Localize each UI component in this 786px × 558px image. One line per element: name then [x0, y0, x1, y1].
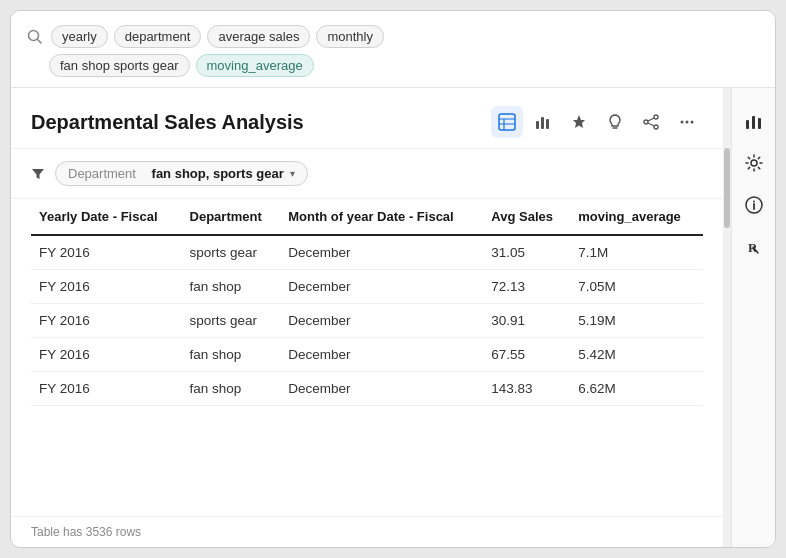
cell-month_of_year: December: [280, 235, 483, 270]
svg-point-10: [654, 115, 658, 119]
cell-yearly_date: FY 2016: [31, 337, 182, 371]
table-row: FY 2016sports gearDecember31.057.1M: [31, 235, 703, 270]
tag-average-sales[interactable]: average sales: [207, 25, 310, 48]
cell-department: fan shop: [182, 371, 281, 405]
table-footer: Table has 3536 rows: [11, 516, 723, 547]
sidebar-settings-button[interactable]: [737, 146, 771, 180]
tag-fan-shop-sports-gear[interactable]: fan shop sports gear: [49, 54, 190, 77]
cell-department: fan shop: [182, 337, 281, 371]
cell-moving_average: 6.62M: [570, 371, 703, 405]
sidebar-r-button[interactable]: R: [737, 230, 771, 264]
table-row: FY 2016sports gearDecember30.915.19M: [31, 303, 703, 337]
table-row: FY 2016fan shopDecember143.836.62M: [31, 371, 703, 405]
sidebar-info-button[interactable]: [737, 188, 771, 222]
content-panel: Departmental Sales Analysis: [11, 88, 723, 547]
cell-moving_average: 5.42M: [570, 337, 703, 371]
svg-rect-8: [546, 119, 549, 129]
table-view-button[interactable]: [491, 106, 523, 138]
toolbar-icons: [491, 106, 703, 138]
svg-line-14: [648, 123, 654, 126]
table-row: FY 2016fan shopDecember72.137.05M: [31, 269, 703, 303]
bar-chart-button[interactable]: [527, 106, 559, 138]
cell-yearly_date: FY 2016: [31, 235, 182, 270]
page-title: Departmental Sales Analysis: [31, 111, 304, 134]
svg-point-21: [751, 160, 757, 166]
cell-yearly_date: FY 2016: [31, 303, 182, 337]
sidebar-bar-chart-button[interactable]: [737, 104, 771, 138]
more-button[interactable]: [671, 106, 703, 138]
col-month-of-year: Month of year Date - Fiscal: [280, 199, 483, 235]
cell-avg_sales: 30.91: [483, 303, 570, 337]
svg-point-12: [654, 125, 658, 129]
tag-yearly[interactable]: yearly: [51, 25, 108, 48]
svg-point-17: [691, 121, 694, 124]
svg-point-11: [644, 120, 648, 124]
svg-point-16: [686, 121, 689, 124]
data-table-container[interactable]: Yearly Date - Fiscal Department Month of…: [11, 199, 723, 516]
cell-moving_average: 5.19M: [570, 303, 703, 337]
svg-rect-6: [536, 121, 539, 129]
svg-rect-20: [758, 118, 761, 129]
scrollbar-track[interactable]: [723, 88, 731, 547]
chevron-down-icon: ▾: [290, 168, 295, 179]
svg-rect-19: [752, 116, 755, 129]
cell-moving_average: 7.05M: [570, 269, 703, 303]
cell-department: fan shop: [182, 269, 281, 303]
filter-icon: [31, 167, 45, 181]
cell-department: sports gear: [182, 303, 281, 337]
filter-value: fan shop, sports gear: [152, 166, 284, 181]
table-row: FY 2016fan shopDecember67.555.42M: [31, 337, 703, 371]
svg-line-13: [648, 118, 654, 121]
cell-yearly_date: FY 2016: [31, 269, 182, 303]
svg-rect-18: [746, 120, 749, 129]
table-header-row: Yearly Date - Fiscal Department Month of…: [31, 199, 703, 235]
cell-avg_sales: 31.05: [483, 235, 570, 270]
pin-button[interactable]: [563, 106, 595, 138]
filter-label: Department: [68, 166, 136, 181]
cell-avg_sales: 72.13: [483, 269, 570, 303]
tag-monthly[interactable]: monthly: [316, 25, 384, 48]
cell-month_of_year: December: [280, 269, 483, 303]
search-row-2: fan shop sports gear moving_average: [27, 54, 759, 77]
right-sidebar: R: [731, 88, 775, 547]
cell-avg_sales: 143.83: [483, 371, 570, 405]
scrollbar-thumb[interactable]: [724, 148, 730, 228]
cell-department: sports gear: [182, 235, 281, 270]
svg-point-24: [753, 201, 755, 203]
data-table: Yearly Date - Fiscal Department Month of…: [31, 199, 703, 406]
cell-yearly_date: FY 2016: [31, 371, 182, 405]
cell-moving_average: 7.1M: [570, 235, 703, 270]
search-row-1: yearly department average sales monthly: [27, 25, 759, 48]
svg-rect-2: [499, 114, 515, 130]
search-icon: [27, 29, 43, 45]
cell-month_of_year: December: [280, 303, 483, 337]
col-department: Department: [182, 199, 281, 235]
search-bar: yearly department average sales monthly …: [11, 11, 775, 88]
content-toolbar: Departmental Sales Analysis: [11, 88, 723, 149]
svg-line-1: [38, 39, 42, 43]
col-avg-sales: Avg Sales: [483, 199, 570, 235]
main-area: Departmental Sales Analysis: [11, 88, 775, 547]
cell-month_of_year: December: [280, 337, 483, 371]
filter-row: Department fan shop, sports gear ▾: [11, 149, 723, 199]
svg-rect-7: [541, 117, 544, 129]
department-filter[interactable]: Department fan shop, sports gear ▾: [55, 161, 308, 186]
col-yearly-date: Yearly Date - Fiscal: [31, 199, 182, 235]
cell-avg_sales: 67.55: [483, 337, 570, 371]
main-window: yearly department average sales monthly …: [10, 10, 776, 548]
tag-department[interactable]: department: [114, 25, 202, 48]
col-moving-average: moving_average: [570, 199, 703, 235]
insights-button[interactable]: [599, 106, 631, 138]
svg-point-15: [681, 121, 684, 124]
tag-moving-average[interactable]: moving_average: [196, 54, 314, 77]
share-button[interactable]: [635, 106, 667, 138]
cell-month_of_year: December: [280, 371, 483, 405]
